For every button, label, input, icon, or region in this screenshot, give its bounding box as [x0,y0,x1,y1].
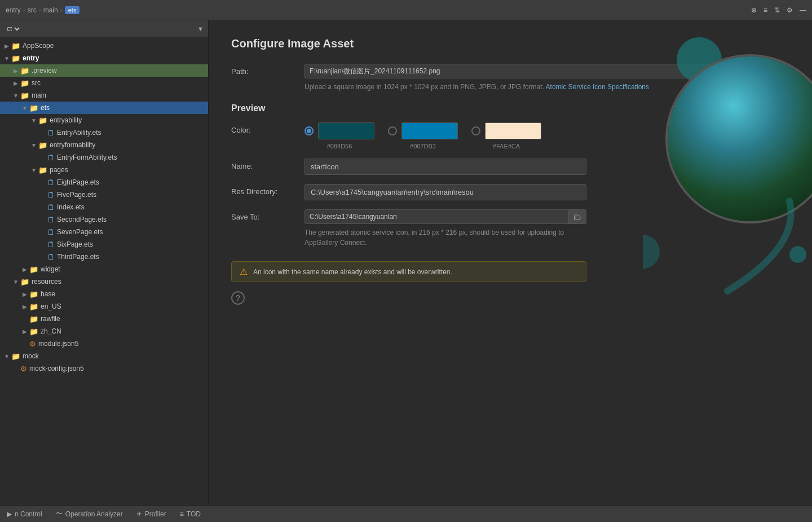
top-breadcrumb-bar: entry › src › main › ets ⊕ ≡ ⇅ ⚙ — [0,0,812,20]
tree-item-module-json[interactable]: ▶ ⚙ module.json5 [0,337,208,350]
file-tree[interactable]: ▶ 📁 AppScope ▼ 📁 entry ▶ 📁 .preview [0,37,208,505]
color-control-area: #084D56 #007DB3 [304,122,789,150]
arrow-entryability: ▼ [29,117,38,124]
scope-dropdown[interactable]: ct [5,24,21,33]
tree-item-fivepage[interactable]: ▶ 🗒 FivePage.ets [0,188,208,201]
res-dir-label: Res Directory: [231,184,304,196]
tree-label-entry: entry [23,54,39,62]
save-to-control-area: 🗁 The generated atomic service icon, in … [304,209,586,248]
tree-label-main: main [32,91,46,99]
sep3: › [60,6,63,14]
folder-icon-en-us: 📁 [29,302,38,311]
color-swatch-3[interactable] [485,122,541,139]
res-dir-input[interactable] [304,184,586,200]
tree-item-eightpage[interactable]: ▶ 🗒 EightPage.ets [0,176,208,188]
status-todo[interactable]: ≡ TOD [180,510,201,518]
tree-item-entryability-file[interactable]: ▶ 🗒 EntryAbility.ets [0,126,208,139]
tree-item-entry[interactable]: ▼ 📁 entry [0,52,208,64]
color-option-2: #007DB3 [388,122,458,150]
breadcrumb-main[interactable]: main [43,6,58,14]
color-radio-2[interactable] [388,126,397,135]
color-swatch-2[interactable] [401,122,458,139]
minimize-icon[interactable]: — [800,6,806,14]
operation-analyzer-icon: 〜 [56,509,63,519]
path-row: Path: 🗁 Upload a square image in 1024 px… [231,64,789,92]
tree-item-entryformability[interactable]: ▼ 📁 entryformability [0,139,208,151]
tree-item-secondpage[interactable]: ▶ 🗒 SecondPage.ets [0,213,208,226]
tree-item-mock-config[interactable]: ▶ ⚙ mock-config.json5 [0,362,208,375]
warning-text: An icon with the same name already exist… [253,268,452,276]
tree-item-entryability[interactable]: ▼ 📁 entryability [0,114,208,126]
tree-label-mock: mock [23,352,39,360]
color-option-1: #084D56 [304,122,374,150]
question-mark-icon[interactable]: ? [231,291,245,305]
folder-icon-mock: 📁 [11,352,20,361]
list-icon[interactable]: ≡ [764,6,767,14]
tree-item-appscope[interactable]: ▶ 📁 AppScope [0,40,208,52]
settings-icon[interactable]: ⚙ [787,6,793,14]
tree-item-thirdpage[interactable]: ▶ 🗒 ThirdPage.ets [0,251,208,263]
tree-item-src[interactable]: ▶ 📁 src [0,77,208,89]
tree-label-pages: pages [50,166,68,174]
name-input[interactable] [304,159,586,175]
color-radio-3[interactable] [471,126,480,135]
folder-icon-entry: 📁 [11,54,20,63]
arrow-pages: ▼ [29,167,38,173]
name-label: Name: [231,159,304,170]
breadcrumb-entry[interactable]: entry [6,6,21,14]
profiler-icon: ✈ [136,510,142,518]
status-run-control[interactable]: ▶ n Control [7,510,42,518]
path-hint: Upload a square image in 1024 px * 1024 … [304,82,789,92]
tree-item-main[interactable]: ▼ 📁 main [0,89,208,102]
tree-label-rawfile: rawfile [41,315,60,323]
run-control-icon: ▶ [7,510,12,518]
localize-icon[interactable]: ⊕ [751,6,757,14]
tree-item-sixpage[interactable]: ▶ 🗒 SixPage.ets [0,238,208,251]
tree-item-zh-cn[interactable]: ▶ 📁 zh_CN [0,325,208,337]
specifications-link[interactable]: Atomic Service Icon Specifications [546,83,649,91]
tree-item-entryformability-file[interactable]: ▶ 🗒 EntryFormAbility.ets [0,151,208,164]
res-dir-row: Res Directory: [231,184,789,200]
tree-item-ets[interactable]: ▼ 📁 ets [0,102,208,114]
save-to-label: Save To: [231,209,304,221]
tree-item-pages[interactable]: ▼ 📁 pages [0,164,208,176]
color-radio-1[interactable] [304,126,314,135]
arrow-appscope: ▶ [2,43,11,49]
operation-analyzer-label: Operation Analyzer [65,510,123,518]
tree-label-fivepage: FivePage.ets [57,191,96,199]
path-input[interactable] [305,64,771,78]
color-label: Color: [231,122,304,134]
breadcrumb-src[interactable]: src [28,6,37,14]
warning-bar: ⚠ An icon with the same name already exi… [231,261,586,282]
save-to-input[interactable] [305,210,568,223]
path-label: Path: [231,64,304,76]
color-hex-2: #007DB3 [410,143,436,150]
help-icon[interactable]: ? [231,291,789,305]
status-operation-analyzer[interactable]: 〜 Operation Analyzer [56,509,123,519]
tree-item-widget[interactable]: ▶ 📁 widget [0,263,208,275]
main-area: ct ▼ ▶ 📁 AppScope ▼ 📁 entry ▶ [0,20,812,505]
color-swatch-row-3 [471,122,541,139]
status-profiler[interactable]: ✈ Profiler [136,510,166,518]
tree-label-sevenpage: SevenPage.ets [57,228,103,236]
filter-icon[interactable]: ⇅ [774,6,780,14]
tree-item-preview[interactable]: ▶ 📁 .preview [0,64,208,77]
name-control-area [304,159,586,175]
tree-item-index[interactable]: ▶ 🗒 Index.ets [0,201,208,213]
breadcrumb-ets[interactable]: ets [65,6,80,14]
path-browse-button[interactable]: 🗁 [771,64,789,78]
file-icon-sixpage: 🗒 [47,240,55,249]
todo-label: TOD [187,510,201,518]
tree-item-base[interactable]: ▶ 📁 base [0,288,208,300]
save-to-browse-button[interactable]: 🗁 [568,210,586,223]
tree-label-entryformability: entryformability [50,141,95,149]
tree-item-mock[interactable]: ▼ 📁 mock [0,350,208,362]
run-control-label: n Control [15,510,42,518]
tree-item-sevenpage[interactable]: ▶ 🗒 SevenPage.ets [0,226,208,238]
tree-item-rawfile[interactable]: ▶ 📁 rawfile [0,313,208,325]
color-swatch-1[interactable] [318,122,374,139]
folder-icon-ets: 📁 [29,104,38,112]
tree-label-src: src [32,79,41,87]
tree-item-en-us[interactable]: ▶ 📁 en_US [0,300,208,313]
tree-item-resources[interactable]: ▼ 📁 resources [0,275,208,288]
